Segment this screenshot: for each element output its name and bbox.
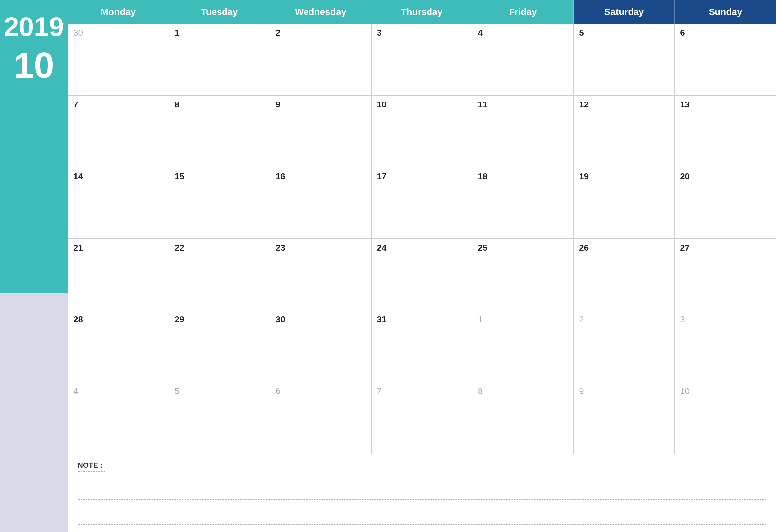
day-num: 14 bbox=[73, 171, 83, 181]
day-cell[interactable]: 5 bbox=[574, 24, 675, 96]
day-num: 1 bbox=[175, 28, 179, 38]
day-num: 5 bbox=[175, 386, 179, 396]
day-cell[interactable]: 25 bbox=[472, 239, 574, 311]
day-cell[interactable]: 6 bbox=[675, 24, 776, 96]
day-cell[interactable]: 23 bbox=[270, 239, 372, 311]
day-num: 3 bbox=[377, 28, 382, 38]
day-cell[interactable]: 1 bbox=[472, 311, 574, 382]
day-num: 21 bbox=[73, 243, 83, 252]
day-cell[interactable]: 6 bbox=[270, 382, 372, 454]
day-cell[interactable]: 9 bbox=[270, 96, 372, 167]
header-friday: Friday bbox=[472, 0, 574, 24]
day-cell[interactable]: 8 bbox=[169, 96, 270, 167]
day-cell[interactable]: 22 bbox=[169, 239, 270, 311]
day-num: 12 bbox=[579, 100, 589, 110]
sidebar-month-num: 10 bbox=[14, 47, 54, 83]
day-num: 4 bbox=[478, 28, 482, 38]
header-wednesday: Wednesday bbox=[270, 0, 371, 24]
day-num: 26 bbox=[579, 243, 589, 252]
day-num: 23 bbox=[276, 243, 285, 252]
day-num: 3 bbox=[680, 315, 685, 324]
day-num: 7 bbox=[377, 386, 382, 396]
day-num: 30 bbox=[73, 28, 83, 38]
day-num: 19 bbox=[579, 171, 589, 181]
day-num: 6 bbox=[276, 386, 280, 396]
header-monday: Monday bbox=[68, 0, 169, 24]
day-cell[interactable]: 12 bbox=[574, 96, 675, 167]
day-cell[interactable]: 13 bbox=[675, 96, 776, 167]
sidebar-year: 2019 bbox=[4, 13, 64, 40]
day-cell[interactable]: 19 bbox=[574, 167, 675, 239]
day-cell[interactable]: 11 bbox=[472, 96, 574, 167]
day-cell[interactable]: 10 bbox=[372, 96, 473, 167]
day-cell[interactable]: 31 bbox=[372, 311, 473, 382]
header-tuesday: Tuesday bbox=[169, 0, 270, 24]
day-num: 15 bbox=[175, 171, 184, 181]
notes-line-4 bbox=[78, 513, 766, 525]
day-cell[interactable]: 2 bbox=[270, 24, 372, 96]
notes-line-1 bbox=[78, 475, 766, 487]
day-num: 16 bbox=[276, 171, 285, 181]
day-cell[interactable]: 24 bbox=[372, 239, 473, 311]
day-cell[interactable]: 5 bbox=[169, 382, 270, 454]
day-cell[interactable]: 14 bbox=[68, 167, 169, 239]
day-cell[interactable]: 9 bbox=[574, 382, 675, 454]
day-num: 28 bbox=[73, 315, 83, 324]
notes-line-3 bbox=[78, 500, 766, 512]
day-num: 24 bbox=[377, 243, 387, 252]
day-cell[interactable]: 30 bbox=[68, 24, 169, 96]
day-cell[interactable]: 18 bbox=[472, 167, 574, 239]
day-num: 8 bbox=[175, 100, 179, 110]
day-cell[interactable]: 4 bbox=[472, 24, 574, 96]
day-num: 20 bbox=[680, 171, 690, 181]
day-num: 2 bbox=[579, 315, 584, 324]
day-cell[interactable]: 21 bbox=[68, 239, 169, 311]
day-cell[interactable]: 15 bbox=[169, 167, 270, 239]
day-cell[interactable]: 10 bbox=[675, 382, 776, 454]
day-num: 18 bbox=[478, 171, 488, 181]
day-num: 13 bbox=[680, 100, 690, 110]
calendar-wrapper: 2019 10 October Monday Tuesday Wednesday… bbox=[0, 0, 776, 532]
notes-section: NOTE： bbox=[68, 454, 776, 532]
day-num: 22 bbox=[175, 243, 184, 252]
main-calendar: Monday Tuesday Wednesday Thursday Friday… bbox=[68, 0, 776, 532]
day-num: 6 bbox=[680, 28, 685, 38]
day-cell[interactable]: 7 bbox=[68, 96, 169, 167]
day-num: 7 bbox=[73, 100, 78, 110]
day-cell[interactable]: 28 bbox=[68, 311, 169, 382]
day-num: 17 bbox=[377, 171, 387, 181]
day-cell[interactable]: 1 bbox=[169, 24, 270, 96]
day-num: 5 bbox=[579, 28, 584, 38]
day-cell[interactable]: 27 bbox=[675, 239, 776, 311]
day-cell[interactable]: 4 bbox=[68, 382, 169, 454]
day-cell[interactable]: 8 bbox=[472, 382, 574, 454]
day-cell[interactable]: 20 bbox=[675, 167, 776, 239]
sidebar: 2019 10 October bbox=[0, 0, 68, 532]
day-cell[interactable]: 16 bbox=[270, 167, 372, 239]
sidebar-month-name: October bbox=[0, 103, 74, 128]
header-sunday: Sunday bbox=[675, 0, 776, 24]
day-cell[interactable]: 26 bbox=[574, 239, 675, 311]
day-cell[interactable]: 3 bbox=[675, 311, 776, 382]
day-num: 2 bbox=[276, 28, 280, 38]
day-num: 9 bbox=[579, 386, 584, 396]
day-cell[interactable]: 2 bbox=[574, 311, 675, 382]
day-num: 30 bbox=[276, 315, 285, 324]
day-num: 31 bbox=[377, 315, 387, 324]
day-cell[interactable]: 7 bbox=[372, 382, 473, 454]
day-num: 27 bbox=[680, 243, 690, 252]
day-num: 9 bbox=[276, 100, 280, 110]
day-num: 29 bbox=[175, 315, 184, 324]
day-cell[interactable]: 29 bbox=[169, 311, 270, 382]
day-num: 10 bbox=[377, 100, 387, 110]
calendar-grid: 3012345678910111213141516171819202122232… bbox=[68, 24, 776, 454]
day-cell[interactable]: 3 bbox=[372, 24, 473, 96]
day-num: 25 bbox=[478, 243, 488, 252]
day-cell[interactable]: 30 bbox=[270, 311, 372, 382]
calendar-header: Monday Tuesday Wednesday Thursday Friday… bbox=[68, 0, 776, 24]
day-num: 8 bbox=[478, 386, 482, 396]
notes-label: NOTE： bbox=[78, 460, 105, 472]
day-num: 10 bbox=[680, 386, 690, 396]
day-cell[interactable]: 17 bbox=[372, 167, 473, 239]
day-num: 1 bbox=[478, 315, 482, 324]
